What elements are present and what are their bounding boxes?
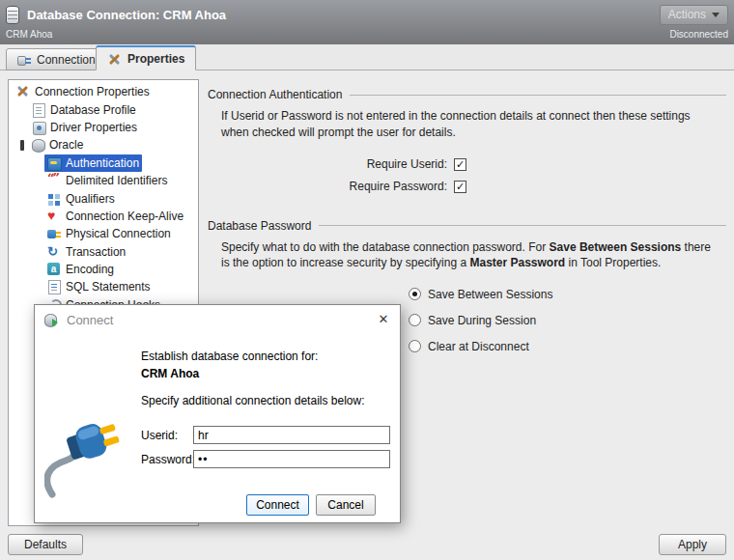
tree-item-physical-connection[interactable]: Physical Connection	[9, 225, 198, 242]
password-label: Password:	[141, 453, 195, 466]
wrench-icon	[107, 52, 123, 66]
require-userid-checkbox[interactable]: ✓	[454, 158, 466, 171]
radio-clear-at-disconnect[interactable]: Clear at Disconnect	[409, 338, 726, 354]
tree-item-connection-properties[interactable]: Connection Properties	[9, 83, 198, 100]
window-header: Database Connection: CRM Ahoa Actions CR…	[0, 0, 734, 44]
checkbox-label: Require Password:	[350, 180, 447, 193]
tree-item-label: Transaction	[66, 245, 126, 259]
connect-dialog-titlebar[interactable]: Connect ✕	[35, 305, 400, 334]
window-title: Database Connection: CRM Ahoa	[27, 8, 226, 22]
tree-item-authentication[interactable]: Authentication	[9, 154, 198, 172]
section-divider	[350, 95, 726, 96]
connect-dialog-icon	[43, 313, 58, 327]
defaults-button[interactable]: Defaults	[8, 534, 83, 555]
tree-item-delimited-identifiers[interactable]: Delimited Identifiers	[9, 172, 198, 189]
require-password-checkbox[interactable]: ✓	[454, 181, 466, 193]
chevron-down-icon	[712, 13, 720, 17]
userid-label: Userid:	[141, 429, 178, 442]
tools-icon	[15, 84, 31, 99]
connection-name-label: CRM Ahoa	[6, 29, 52, 40]
plug-icon	[44, 402, 129, 498]
section-connection-authentication: Connection Authentication	[208, 88, 726, 101]
close-icon[interactable]: ✕	[367, 305, 400, 334]
delimited-identifiers-icon	[46, 173, 62, 188]
tree-item-label: Connection Keep-Alive	[66, 210, 184, 223]
tree-item-transaction[interactable]: Transaction	[9, 243, 198, 261]
tree-item-label: Qualifiers	[66, 192, 115, 206]
section-title: Database Password	[208, 219, 311, 233]
tree-item-label: Authentication	[66, 156, 139, 170]
tree-item-qualifiers[interactable]: Qualifiers	[9, 189, 198, 207]
physical-connection-icon	[46, 226, 62, 241]
tree-item-label: Encoding	[66, 263, 114, 276]
database-icon	[6, 6, 19, 24]
connection-tab-icon	[17, 54, 32, 66]
tree-item-label: Connection Properties	[35, 85, 150, 98]
dialog-connection-name: CRM Ahoa	[141, 367, 199, 380]
cancel-button[interactable]: Cancel	[316, 494, 376, 516]
authentication-icon	[46, 155, 62, 171]
tab-properties-label: Properties	[127, 52, 184, 66]
connect-dialog-title: Connect	[67, 313, 113, 327]
radio-button[interactable]	[409, 288, 421, 300]
section-description: If Userid or Password is not entered in …	[221, 108, 716, 141]
tree-item-connection-keep-alive[interactable]: Connection Keep-Alive	[9, 208, 198, 225]
section-divider	[319, 225, 726, 226]
password-input[interactable]	[193, 450, 390, 468]
tree-item-label: SQL Statements	[66, 280, 151, 294]
checkbox-label: Require Userid:	[367, 157, 447, 171]
radio-label: Save Between Sessions	[428, 288, 552, 301]
tree-item-label: Oracle	[49, 138, 83, 152]
radio-label: Save During Session	[428, 314, 536, 327]
tree-item-label: Delimited Identifiers	[66, 174, 167, 187]
checkbox-group: Require Userid:✓Require Password:✓	[208, 154, 726, 198]
tree-item-label: Driver Properties	[50, 121, 137, 134]
status-badge: Disconnected	[669, 29, 728, 40]
tree-item-driver-properties[interactable]: Driver Properties	[9, 119, 198, 136]
tab-bar: Connection Properties	[0, 44, 734, 70]
connect-button[interactable]: Connect	[246, 494, 309, 516]
keep-alive-icon	[46, 209, 62, 224]
tree-item-database-profile[interactable]: Database Profile	[9, 100, 198, 118]
radio-save-during-session[interactable]: Save During Session	[409, 312, 726, 328]
tree-item-sql-statements[interactable]: SQL Statements	[9, 278, 198, 295]
section-database-password: Database Password	[208, 219, 726, 233]
dialog-intro-text: Establish database connection for:	[141, 350, 318, 363]
apply-button[interactable]: Apply	[659, 534, 726, 555]
transaction-icon	[46, 244, 62, 260]
tree-item-encoding[interactable]: Encoding	[9, 261, 198, 278]
radio-button[interactable]	[409, 340, 421, 352]
driver-icon	[31, 120, 46, 135]
actions-button[interactable]: Actions	[660, 5, 728, 25]
radio-save-between-sessions[interactable]: Save Between Sessions	[409, 286, 726, 302]
tab-properties[interactable]: Properties	[96, 45, 196, 70]
encoding-icon	[46, 262, 62, 277]
tree-item-label: Database Profile	[50, 103, 136, 117]
tab-connection[interactable]: Connection	[6, 48, 107, 70]
profile-icon	[31, 102, 46, 118]
userid-input[interactable]	[193, 426, 390, 444]
tree-item-oracle[interactable]: Oracle	[9, 136, 198, 154]
oracle-icon	[30, 137, 45, 153]
section-description: Specify what to do with the database con…	[221, 239, 716, 272]
dialog-instruction-text: Specify additional connection details be…	[141, 394, 364, 407]
password-option-group: Save Between SessionsSave During Session…	[409, 286, 726, 354]
actions-button-label: Actions	[668, 8, 706, 21]
radio-label: Clear at Disconnect	[428, 340, 529, 353]
section-title: Connection Authentication	[208, 88, 342, 101]
radio-button[interactable]	[409, 314, 421, 326]
tab-connection-label: Connection	[37, 53, 96, 67]
tree-expander-icon[interactable]	[20, 140, 24, 151]
sql-statements-icon	[46, 279, 62, 294]
tree-item-label: Physical Connection	[66, 227, 171, 240]
connect-dialog: Connect ✕ Establish database connection …	[34, 304, 401, 523]
qualifiers-icon	[46, 191, 62, 207]
